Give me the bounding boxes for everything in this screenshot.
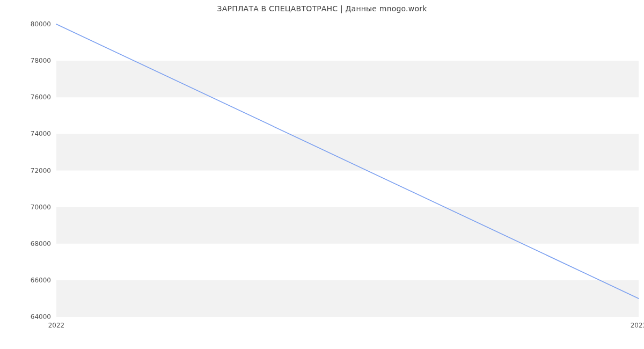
y-tick-label: 66000 [31,277,51,284]
chart-title: ЗАРПЛАТА В СПЕЦАВТОТРАНС | Данные mnogo.… [0,4,644,13]
grid-band [56,207,639,244]
chart-svg: 6400066000680007000072000740007600078000… [0,0,644,349]
x-tick-label: 2023 [631,322,644,329]
grid-band [56,171,639,207]
y-tick-label: 80000 [31,20,51,28]
grid-band [56,24,639,61]
grid-band [56,97,639,134]
y-tick-label: 68000 [31,240,51,248]
chart-container: ЗАРПЛАТА В СПЕЦАВТОТРАНС | Данные mnogo.… [0,0,644,349]
grid-band [56,280,639,317]
y-tick-label: 76000 [31,93,51,101]
grid-band [56,61,639,97]
grid-band [56,244,639,280]
grid-band [56,134,639,170]
y-tick-label: 70000 [31,203,51,211]
y-tick-label: 74000 [31,130,51,137]
y-tick-label: 72000 [31,167,51,174]
y-tick-label: 64000 [31,313,51,321]
y-tick-label: 78000 [31,57,51,64]
x-tick-label: 2022 [48,322,65,329]
